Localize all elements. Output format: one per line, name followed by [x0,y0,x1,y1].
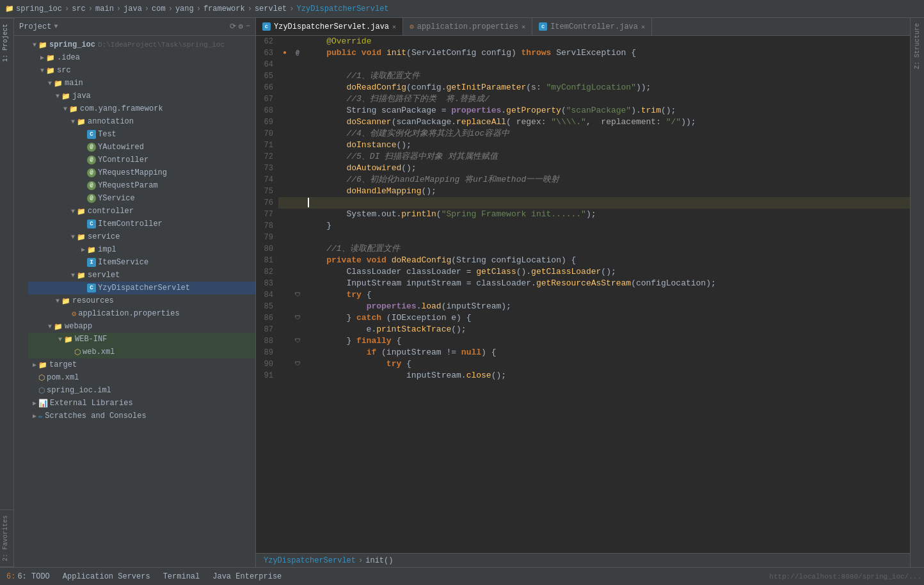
bottom-tab-javaent[interactable]: Java Enterprise [209,571,285,582]
tree-item-yautowired[interactable]: ▶ @ YAutowired [28,141,255,154]
arrow-annotation: ▼ [69,118,77,125]
tree-item-ycontroller[interactable]: ▶ @ YController [28,154,255,166]
bottom-tab-terminal[interactable]: Terminal [159,571,204,582]
arrow-main: ▼ [46,80,54,87]
line-number-79: 79 [256,232,278,243]
tree-item-root[interactable]: ▼ 📁 spring_ioc D:\IdeaProject\Task\sprin… [28,38,255,51]
tree-item-yservice[interactable]: ▶ @ YService [28,192,255,205]
breadcrumb-main[interactable]: main [95,4,114,13]
project-tree[interactable]: ▼ 📁 spring_ioc D:\IdeaProject\Task\sprin… [28,36,255,567]
code-line-89: 89 if (inputStream != null) { [256,347,910,358]
tree-item-webxml[interactable]: ▶ ⬡ web.xml [28,346,255,358]
tree-item-yrequestmapping[interactable]: ▶ @ YRequestMapping [28,166,255,179]
folder-icon-idea: 📁 [46,54,55,62]
tree-item-com-yang[interactable]: ▼ 📁 com.yang.framework [28,102,255,115]
tab-yzy[interactable]: C YzyDispatcherServlet.java ✕ [256,18,403,35]
code-editor[interactable]: 62 @Override 63 ● @ public void init(Ser… [256,36,910,553]
folder-icon-root: 📁 [38,41,47,49]
tree-label-yrequestmapping: YRequestMapping [98,168,167,177]
tree-item-impl[interactable]: ▶ 📁 impl [28,243,255,256]
line-content-73: doAutowired(); [304,163,910,174]
breadcrumb-project[interactable]: 📁 spring_ioc [5,4,62,13]
line-content-82: ClassLoader classLoader = getClass().get… [304,266,910,278]
tree-label-webxml: web.xml [83,348,115,357]
breadcrumb-yang[interactable]: yang [175,4,194,13]
tree-item-extlibs[interactable]: ▶ 📊 External Libraries [28,397,255,410]
line-content-78: } [304,220,910,232]
code-line-70: 70 //4、创建实例化对象将其注入到ioc容器中 [256,128,910,140]
breadcrumb-com[interactable]: com [152,4,166,13]
folder-icon-src: 📁 [46,67,55,75]
tree-item-webinf[interactable]: ▼ 📁 WEB-INF [28,333,255,346]
tab-itemcontroller[interactable]: C ItemController.java ✕ [532,18,652,35]
project-dropdown-icon[interactable]: ▼ [54,23,58,30]
sidebar-tab-project[interactable]: 1: Project [0,18,13,67]
tree-item-idea[interactable]: ▶ 📁 .idea [28,51,255,64]
structure-tab[interactable]: Z: Structure [912,18,923,74]
gutter2-65 [291,70,304,82]
bottom-tab-todo[interactable]: 6: 6: TODO [3,571,54,582]
breadcrumb-src[interactable]: src [72,4,86,13]
breadcrumb-framework[interactable]: framework [203,4,245,13]
project-icon: 📁 [5,4,14,13]
tree-item-appprops[interactable]: ▶ ⚙ application.properties [28,307,255,320]
tree-item-yrequestparam[interactable]: ▶ @ YRequestParam [28,179,255,192]
tree-item-yzy[interactable]: ▶ C YzyDispatcherServlet [28,282,255,294]
line-number-71: 71 [256,140,278,151]
tree-item-java[interactable]: ▼ 📁 java [28,90,255,102]
minimize-icon[interactable]: − [246,22,250,31]
line-content-72: //5、DI 扫描容器中对象 对其属性赋值 [304,151,910,163]
code-line-62: 62 @Override [256,36,910,47]
tree-item-service[interactable]: ▼ 📁 service [28,230,255,243]
tree-item-controller[interactable]: ▼ 📁 controller [28,205,255,218]
code-line-71: 71 doInstance(); [256,140,910,151]
settings-icon[interactable]: ⚙ [239,22,243,31]
tab-close-yzy[interactable]: ✕ [392,23,396,31]
tab-appprops[interactable]: ⚙ application.properties ✕ [403,18,532,35]
gutter2-66 [291,82,304,93]
code-line-77: 77 System.out.println("Spring Framework … [256,209,910,220]
tree-item-src[interactable]: ▼ 📁 src [28,64,255,77]
tree-item-iml[interactable]: ▶ ⬡ spring_ioc.iml [28,384,255,397]
tree-item-webapp[interactable]: ▼ 📁 webapp [28,320,255,333]
class-badge-itemcontroller: C [87,220,96,228]
tab-close-itemcontroller[interactable]: ✕ [641,23,645,31]
line-number-75: 75 [256,186,278,197]
tree-item-annotation[interactable]: ▼ 📁 annotation [28,115,255,128]
breadcrumb-java[interactable]: java [123,4,142,13]
tree-label-yzy: YzyDispatcherServlet [98,284,190,292]
tree-item-pomxml[interactable]: ▶ ⬡ pom.xml [28,371,255,384]
gutter-89 [278,347,291,358]
tab-close-appprops[interactable]: ✕ [522,23,525,31]
arrow-servlet: ▼ [69,272,77,279]
gutter2-85 [291,301,304,312]
tree-item-resources[interactable]: ▼ 📁 resources [28,294,255,307]
gutter-72 [278,151,291,163]
gutter2-77 [291,209,304,220]
tree-item-test[interactable]: ▶ C Test [28,128,255,141]
gutter-84 [278,289,291,301]
gutter-83 [278,278,291,289]
gutter-90 [278,358,291,370]
breadcrumb-servlet[interactable]: servlet [255,4,287,13]
tree-item-servlet[interactable]: ▼ 📁 servlet [28,269,255,282]
sidebar-tab-favorites[interactable]: 2: Favorites [0,509,13,567]
code-line-75: 75 doHandleMapping(); [256,186,910,197]
gutter-85 [278,301,291,312]
breadcrumb-file[interactable]: YzyDispatcherServlet [297,4,389,13]
line-number-91: 91 [256,370,278,381]
tree-item-itemcontroller[interactable]: ▶ C ItemController [28,218,255,230]
gutter2-62 [291,36,304,47]
sync-icon[interactable]: ⟳ [230,22,236,31]
tree-label-webapp: webapp [65,322,92,331]
class-badge-yzy: C [87,284,96,292]
line-number-70: 70 [256,128,278,140]
line-number-84: 84 [256,289,278,301]
bottom-tab-appservers[interactable]: Application Servers [59,571,154,582]
tree-item-target[interactable]: ▶ 📁 target [28,358,255,371]
tree-item-itemservice[interactable]: ▶ I ItemService [28,256,255,269]
gutter2-74 [291,174,304,186]
code-line-80: 80 //1、读取配置文件 [256,243,910,255]
tree-item-main[interactable]: ▼ 📁 main [28,77,255,90]
tree-item-scratches[interactable]: ▶ ✏ Scratches and Consoles [28,410,255,422]
